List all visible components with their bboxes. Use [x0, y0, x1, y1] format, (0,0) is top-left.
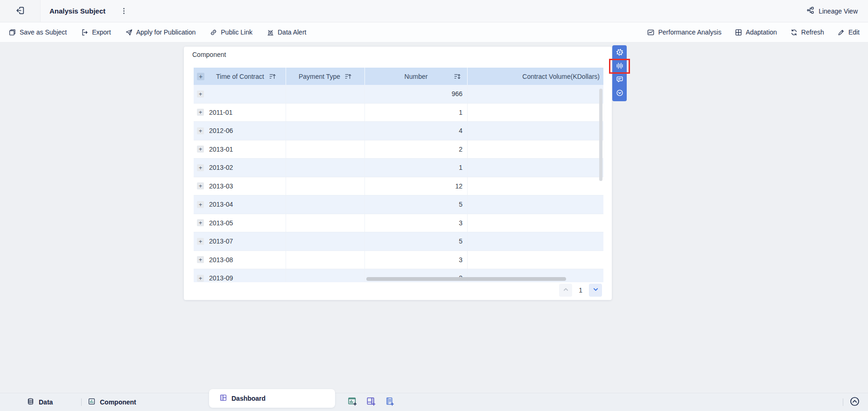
edit-label: Edit [848, 28, 860, 36]
add-report-icon [385, 401, 395, 408]
sort-ascending-icon[interactable] [344, 73, 352, 80]
chevron-down-icon [593, 286, 599, 294]
tab-data-label: Data [39, 398, 53, 406]
action-toolbar: Save as Subject Export Apply for Publica… [0, 22, 868, 42]
tab-dashboard[interactable]: Dashboard [209, 389, 335, 408]
tab-dashboard-label: Dashboard [231, 395, 266, 402]
apply-for-publication-label: Apply for Publication [136, 28, 196, 36]
table-row[interactable]: + 2013-08 3 [194, 251, 603, 270]
time-of-contract-cell: + 2012-06 [194, 122, 286, 140]
payment-type-cell [286, 177, 365, 195]
plus-expand-icon[interactable]: + [197, 73, 204, 80]
number-cell: 1 [365, 104, 468, 122]
refresh-button[interactable]: Refresh [790, 28, 824, 36]
chart-switch-button[interactable] [612, 60, 627, 73]
apply-for-publication-button[interactable]: Apply for Publication [125, 28, 196, 36]
number-cell: 4 [365, 122, 468, 140]
adaptation-button[interactable]: Adaptation [735, 28, 777, 36]
performance-analysis-button[interactable]: Performance Analysis [647, 28, 721, 36]
chart-settings-button[interactable] [612, 46, 627, 60]
column-header-time-of-contract[interactable]: + Time of Contract [194, 68, 286, 85]
table-row[interactable]: + 2012-06 4 [194, 122, 603, 140]
table-header-row: + Time of Contract Payment Type [194, 68, 603, 85]
row-expand-plus-icon[interactable]: + [197, 256, 204, 263]
column-header-payment-type[interactable]: Payment Type [286, 68, 365, 85]
column-label: Contract Volume(KDollars) [522, 73, 600, 80]
time-of-contract-cell: + 2013-08 [194, 251, 286, 269]
add-dashboard-button[interactable] [366, 397, 376, 408]
row-expand-plus-icon[interactable]: + [197, 238, 204, 245]
table-row[interactable]: + 2013-01 2 [194, 140, 603, 159]
row-expand-plus-icon[interactable]: + [197, 127, 204, 134]
add-component-button[interactable] [347, 397, 357, 408]
time-of-contract-cell: + 2013-02 [194, 159, 286, 177]
collapse-bottom-bar-button[interactable] [849, 396, 860, 408]
table-row[interactable]: + 2013-03 12 [194, 177, 603, 196]
pivot-table: + Time of Contract Payment Type [194, 68, 603, 282]
refresh-icon [790, 28, 798, 36]
table-row[interactable]: + 966 [194, 85, 603, 104]
adaptation-grid-icon [735, 28, 742, 36]
row-expand-plus-icon[interactable]: + [197, 146, 204, 153]
next-page-button[interactable] [589, 284, 602, 297]
column-header-contract-volume[interactable]: Contract Volume(KDollars) [468, 68, 603, 85]
row-expand-plus-icon[interactable]: + [197, 275, 204, 282]
sort-both-directions-icon[interactable] [454, 73, 461, 80]
edit-pencil-icon [837, 28, 845, 36]
edit-button[interactable]: Edit [837, 28, 860, 36]
title-menu-button[interactable] [123, 8, 125, 14]
number-cell: 2 [365, 140, 468, 159]
save-as-subject-button[interactable]: Save as Subject [8, 28, 67, 36]
contract-volume-cell [468, 232, 603, 251]
tab-data[interactable]: Data [27, 397, 53, 407]
row-expand-plus-icon[interactable]: + [197, 109, 204, 116]
time-of-contract-cell: + 2011-01 [194, 104, 286, 122]
row-expand-plus-icon[interactable]: + [197, 164, 204, 171]
vertical-scrollbar[interactable] [599, 89, 602, 181]
payment-type-cell [286, 269, 365, 282]
tab-divider [81, 398, 82, 406]
current-page-number: 1 [579, 286, 582, 294]
time-of-contract-value: 2013-03 [209, 182, 233, 190]
row-expand-plus-icon[interactable]: + [197, 182, 204, 189]
table-row[interactable]: + 2013-05 3 [194, 214, 603, 233]
time-of-contract-value: 2013-04 [209, 201, 233, 208]
public-link-label: Public Link [221, 28, 252, 36]
row-expand-plus-icon[interactable]: + [197, 219, 204, 226]
data-alert-label: Data Alert [278, 28, 306, 36]
comment-button[interactable] [612, 73, 627, 87]
data-alert-button[interactable]: Data Alert [266, 28, 306, 36]
paper-plane-icon [125, 28, 133, 36]
payment-type-cell [286, 159, 365, 177]
lineage-view-button[interactable]: Lineage View [806, 6, 858, 16]
component-chart-icon [88, 397, 96, 407]
horizontal-scrollbar[interactable] [366, 277, 566, 281]
tab-component[interactable]: Component [88, 397, 136, 407]
time-of-contract-cell: + 2013-09 [194, 269, 286, 282]
time-of-contract-value: 2013-07 [209, 237, 233, 245]
previous-page-button[interactable] [559, 284, 572, 297]
number-cell: 3 [365, 214, 468, 232]
export-button[interactable]: Export [81, 28, 111, 36]
component-side-toolbar [612, 45, 627, 101]
number-cell: 5 [365, 232, 468, 251]
add-buttons-group [347, 397, 395, 408]
table-row[interactable]: + 2013-02 1 [194, 159, 603, 177]
table-row[interactable]: + 2013-07 5 [194, 232, 603, 251]
table-row[interactable]: + 2011-01 1 [194, 104, 603, 122]
row-expand-plus-icon[interactable]: + [197, 91, 204, 98]
time-of-contract-value: 2013-09 [209, 274, 233, 282]
save-copy-icon [8, 28, 16, 36]
history-clock-button[interactable] [612, 87, 627, 100]
dashboard-grid-icon [219, 394, 227, 403]
row-expand-plus-icon[interactable]: + [197, 201, 204, 208]
sort-ascending-icon[interactable] [269, 73, 276, 80]
payment-type-cell [286, 195, 365, 214]
column-label: Time of Contract [216, 73, 264, 80]
exit-back-button[interactable] [15, 6, 25, 17]
time-of-contract-cell: + 2013-07 [194, 232, 286, 251]
add-report-button[interactable] [385, 397, 395, 408]
public-link-button[interactable]: Public Link [210, 28, 252, 36]
table-row[interactable]: + 2013-04 5 [194, 195, 603, 214]
column-header-number[interactable]: Number [365, 68, 468, 85]
